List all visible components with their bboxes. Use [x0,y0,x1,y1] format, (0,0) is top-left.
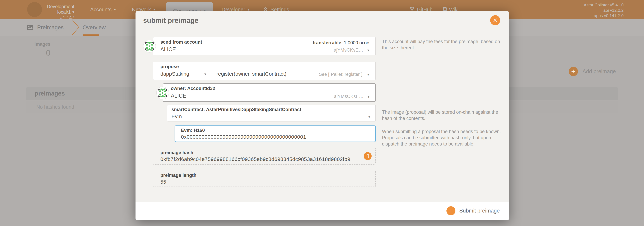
collator-version: Astar Collator v5.41.0 [584,2,624,8]
send-from-account-label: send from account [160,40,202,45]
method-select-value: register(owner, smartContract) [216,71,286,77]
method-hint: See [`Pallet::register`]. ▾ [319,72,369,77]
copy-icon [366,154,370,158]
owner-address: ajYMsCKsE… ▾ [334,94,370,99]
plus-icon: + [446,206,456,215]
pallet-select-value: dappStaking [160,71,189,77]
owner-label: owner: AccountId32 [171,86,215,91]
evm-h160-input[interactable]: Evm: H160 0x0000000000000000000000000000… [174,125,376,142]
preimage-length-field: preimage length 55 [153,171,376,187]
breadcrumb-section-label: Preimages [37,24,64,31]
smart-contract-select[interactable]: smartContract: AstarPrimitivesDappStakin… [167,105,376,121]
preimage-length-label: preimage length [160,173,196,178]
chevron-down-icon: ▾ [368,95,370,99]
send-from-account-value: ALICE [160,46,176,53]
empty-text: No hashes found [36,104,74,110]
nav-accounts-label: Accounts [90,7,112,13]
breadcrumb-separator [72,19,80,35]
images-summary-value: 0 [46,48,50,58]
account-address-text: ajYMsCKsE… [334,47,363,53]
chevron-down-icon: ▾ [114,7,116,12]
help-fees: This account will pay the fees for the p… [382,38,503,51]
chevron-down-icon: ▾ [72,9,74,15]
active-tab-underline [82,35,99,36]
copy-hash-button[interactable] [364,152,372,160]
smart-contract-label: smartContract: AstarPrimitivesDappStakin… [172,107,301,112]
preimage-hash-label: preimage hash [160,150,194,155]
apps-version: apps v0.141.2-0 [584,13,624,18]
evm-label: Evm: H160 [181,128,205,133]
images-summary: images 0 [26,42,50,58]
chevron-down-icon: ▾ [367,72,369,77]
chevron-down-icon: ▾ [204,72,206,77]
chevron-down-icon: ▾ [368,115,370,119]
preimage-hash-field: preimage hash 0xfb7f2d6ab9c04e7596998816… [153,148,376,165]
preimage-length-value: 55 [160,179,166,185]
owner-address-text: ajYMsCKsE… [334,94,364,99]
breadcrumb: Preimages [27,19,64,36]
owner-account-select[interactable]: owner: AccountId32 ALICE ajYMsCKsE… ▾ [163,83,376,102]
api-version: api v12.0.2 [584,8,624,13]
owner-value: ALICE [171,93,186,99]
evm-value: 0x00000000000000000000000000000000000000… [181,134,306,140]
submit-preimage-label: Submit preimage [459,208,500,214]
smart-contract-value: Evm [172,114,182,119]
send-from-account-select[interactable]: send from account ALICE transferrable 1.… [153,37,376,55]
account-address: ajYMsCKsE… ▾ [334,47,369,53]
preimages-table-title: preimages [34,90,65,97]
balance-value: 1.0000 [344,40,358,45]
chain-name: Development [47,4,74,9]
help-known: When submitting a proposal the hash need… [382,128,503,147]
balance-info: transferrable 1.0000 BLOC [313,40,369,46]
add-preimage-button[interactable]: + Add preimage [569,67,616,76]
tab-overview[interactable]: Overview [82,19,106,36]
params-group-edge [153,83,153,142]
node-name: local/1 [57,9,71,15]
method-hint-text: See [`Pallet::register`]. [319,72,364,77]
add-preimage-label: Add preimage [582,68,616,75]
help-stored: The image (proposal) will be stored on-c… [382,109,503,121]
propose-extrinsic-select[interactable]: propose dappStaking ▾ register(owner, sm… [153,62,376,80]
owner-identicon [156,87,169,99]
close-icon: ✕ [493,17,498,24]
app-root: Development local/1 ▾ #1,147 Accounts ▾ … [0,0,644,226]
modal-title: submit preimage [143,17,198,24]
plus-icon: + [569,67,578,76]
astar-logo [27,2,42,17]
account-identicon [143,40,156,53]
preimage-hash-value: 0xfb7f2d6ab9c04e75969988166cf09365eb9c8d… [160,156,350,162]
close-button[interactable]: ✕ [490,15,500,25]
modal-footer: + Submit preimage [136,202,509,220]
chain-selector[interactable]: Development local/1 ▾ #1,147 [42,4,74,21]
propose-label: propose [160,64,179,69]
nav-accounts[interactable]: Accounts ▾ [90,0,116,19]
submit-preimage-button[interactable]: + Submit preimage [446,206,500,215]
balance-unit: BLOC [359,41,369,45]
version-info: Astar Collator v5.41.0 api v12.0.2 apps … [584,2,624,18]
balance-label: transferrable [313,40,341,45]
submit-preimage-modal: submit preimage ✕ send from account ALIC… [136,11,509,220]
images-summary-label: images [34,42,50,47]
chevron-down-icon: ▾ [367,48,369,53]
tab-overview-label: Overview [82,24,106,31]
preimages-icon [27,25,33,30]
